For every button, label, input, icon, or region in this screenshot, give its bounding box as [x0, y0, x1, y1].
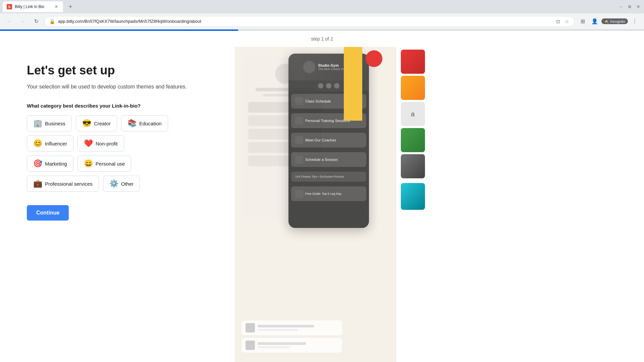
business-icon: 🏢	[33, 120, 42, 127]
new-tab-button[interactable]: +	[66, 2, 75, 11]
category-option-nonprofit[interactable]: ❤️ Non-profit	[77, 135, 124, 152]
sidebar-teal-card	[401, 183, 425, 210]
continue-button[interactable]: Continue	[27, 205, 69, 221]
browser-toolbar: ← → ↻ 🔒 app.bitly.com/Bn57fQxKX7W/launch…	[0, 13, 644, 29]
minimize-button[interactable]: –	[618, 4, 624, 10]
phone-item-3: Meet Our Coaches	[291, 133, 366, 147]
professional-icon: 💼	[33, 180, 42, 187]
professional-label: Professional services	[45, 181, 93, 187]
window-controls: – ⧉ ✕	[618, 4, 641, 10]
creator-label: Creator	[94, 121, 111, 126]
toolbar-icons: ⊞ 👤 🕵 Incognito ⋮	[577, 16, 640, 27]
red-circle-accent	[366, 50, 382, 67]
back-button[interactable]: ←	[4, 16, 15, 27]
address-bar[interactable]: 🔒 app.bitly.com/Bn57fQxKX7W/launchpads/M…	[44, 16, 575, 27]
sidebar-thumb-1	[401, 50, 425, 74]
category-option-personal[interactable]: 😄 Personal use	[77, 156, 131, 172]
profile-icon[interactable]: 👤	[589, 16, 600, 27]
influencer-icon: 😊	[33, 140, 42, 147]
category-option-marketing[interactable]: 🎯 Marketing	[27, 156, 73, 172]
address-icons: ⊡ ☆	[555, 18, 570, 25]
category-option-professional[interactable]: 💼 Professional services	[27, 176, 99, 192]
lock-icon: 🔒	[49, 18, 55, 25]
marketing-icon: 🎯	[33, 160, 42, 167]
browser-frame: b Bitly | Link in Bio ✕ + – ⧉ ✕ ← → ↻ 🔒 …	[0, 0, 644, 362]
screen-cast-icon[interactable]: ⊞	[577, 16, 588, 27]
sidebar-thumb-amazon: a	[401, 102, 425, 126]
refresh-button[interactable]: ↻	[31, 16, 42, 27]
category-option-business[interactable]: 🏢 Business	[27, 115, 72, 131]
browser-content: step 1 of 2 Let's get set up Your select…	[0, 29, 644, 362]
category-question: What category best describes your Link-i…	[27, 103, 208, 109]
forward-button[interactable]: →	[17, 16, 28, 27]
nonprofit-icon: ❤️	[84, 140, 93, 147]
options-row-2: 😊 Influencer ❤️ Non-profit	[27, 135, 208, 152]
category-option-influencer[interactable]: 😊 Influencer	[27, 135, 73, 152]
options-row-4: 💼 Professional services ⚙️ Other	[27, 176, 208, 192]
right-preview-area: Studio Gym The Best Choice in Fitness	[235, 47, 429, 362]
maximize-button[interactable]: ⧉	[627, 4, 633, 10]
category-option-other[interactable]: ⚙️ Other	[103, 176, 140, 192]
education-label: Education	[139, 121, 162, 126]
options-row-3: 🎯 Marketing 😄 Personal use	[27, 156, 208, 172]
options-row-1: 🏢 Business 😎 Creator 📚 Education	[27, 115, 208, 131]
sidebar-thumb-2	[401, 76, 425, 100]
phone-item-5: 145 Fitness Tips • Exclusive Promos	[291, 172, 366, 182]
category-option-education[interactable]: 📚 Education	[121, 115, 168, 131]
yellow-accent-block	[344, 47, 362, 121]
tab-title: Bitly | Link in Bio	[15, 4, 51, 9]
main-panel: step 1 of 2 Let's get set up Your select…	[0, 29, 644, 362]
nonprofit-label: Non-profit	[96, 141, 118, 146]
cast-icon[interactable]: ⊡	[555, 18, 561, 25]
menu-button[interactable]: ⋮	[629, 16, 640, 27]
browser-titlebar: b Bitly | Link in Bio ✕ + – ⧉ ✕	[0, 0, 644, 13]
onboarding-left: Let's get set up Your selection will be …	[0, 47, 235, 362]
step-indicator: step 1 of 2	[0, 31, 644, 47]
marketing-label: Marketing	[45, 161, 67, 167]
personal-label: Personal use	[96, 161, 125, 167]
sidebar-thumb-3	[401, 128, 425, 152]
sidebar-thumb-4	[401, 154, 425, 178]
education-icon: 📚	[127, 120, 137, 127]
category-options-grid: 🏢 Business 😎 Creator 📚 Education	[27, 115, 208, 192]
tab-favicon: b	[7, 4, 12, 9]
bookmark-icon[interactable]: ☆	[564, 18, 570, 25]
business-label: Business	[45, 121, 65, 126]
other-icon: ⚙️	[109, 180, 118, 187]
close-button[interactable]: ✕	[635, 4, 641, 10]
page-heading: Let's get set up	[27, 63, 208, 77]
incognito-badge: 🕵 Incognito	[601, 18, 628, 24]
influencer-label: Influencer	[45, 141, 67, 146]
personal-icon: 😄	[84, 160, 93, 167]
url-text: app.bitly.com/Bn57fQxKX7W/launchpads/Mn5…	[58, 19, 552, 24]
onboarding-wrapper: Let's get set up Your selection will be …	[0, 47, 644, 362]
phone-item-4: Schedule a Session	[291, 152, 366, 167]
phone-item-6: Free Guide: Top 5 Leg Day	[291, 186, 366, 201]
page-subheading: Your selection will be used to develop c…	[27, 83, 208, 91]
browser-tab[interactable]: b Bitly | Link in Bio ✕	[3, 1, 63, 12]
right-sidebar-icons: a	[396, 47, 429, 362]
creator-icon: 😎	[82, 120, 91, 127]
tab-close-button[interactable]: ✕	[54, 4, 59, 9]
category-option-creator[interactable]: 😎 Creator	[76, 115, 117, 131]
other-label: Other	[121, 181, 134, 187]
bottom-preview-cards	[241, 320, 342, 353]
